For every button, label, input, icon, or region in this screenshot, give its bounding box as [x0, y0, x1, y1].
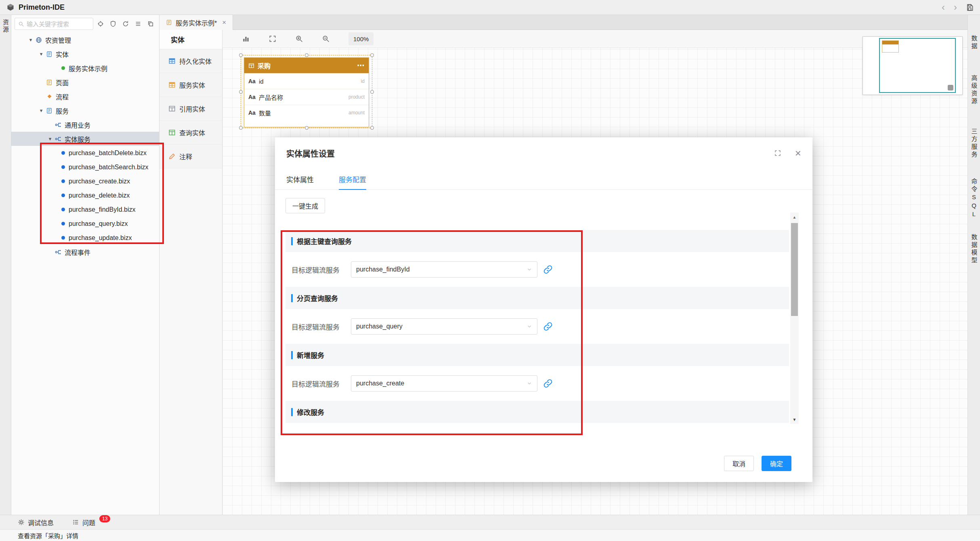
left-dock-tab-resources[interactable]: 资源: [1, 19, 10, 34]
list-icon: [72, 519, 79, 526]
close-icon[interactable]: ×: [795, 148, 801, 158]
tree-item-entity[interactable]: ▾ 实体: [11, 47, 159, 61]
minimap-resize-handle-icon[interactable]: [948, 85, 953, 91]
tree-item-purchase-findbyid[interactable]: purchase_findById.bizx: [11, 202, 159, 217]
refresh-icon[interactable]: [120, 19, 131, 29]
tree-item-purchase-batchsearch[interactable]: purchase_batchSearch.bizx: [11, 160, 159, 174]
scroll-down-icon[interactable]: ▼: [790, 415, 799, 424]
debug-info-button[interactable]: 调试信息: [18, 518, 54, 527]
entity-field-row[interactable]: Aa 产品名称 product: [244, 89, 369, 105]
palette-item-query-entity[interactable]: 查询实体: [159, 121, 222, 145]
flow-service-icon: [54, 249, 62, 255]
link-icon[interactable]: [543, 265, 553, 274]
tab-service-config[interactable]: 服务配置: [339, 169, 366, 189]
caret-down-icon[interactable]: ▾: [37, 51, 45, 57]
entity-card-purchase[interactable]: 采购 ⋯ Aa id id Aa 产品名称 product Aa 数量 amou…: [244, 57, 369, 127]
dialog-footer: 取消 确定: [724, 456, 791, 471]
tree-item-common-business[interactable]: 通用业务: [11, 118, 159, 132]
scroll-up-icon[interactable]: ▲: [790, 213, 799, 221]
palette-item-label: 服务实体: [179, 80, 205, 90]
blue-dot-icon: [61, 222, 65, 225]
tree-item-purchase-create[interactable]: purchase_create.bizx: [11, 174, 159, 188]
tree-item-purchase-query[interactable]: purchase_query.bizx: [11, 217, 159, 231]
tree-item-purchase-batchdelete[interactable]: purchase_batchDelete.bizx: [11, 146, 159, 160]
select-value: purchase_findById: [356, 266, 410, 273]
section-row: 目标逻辑流服务 purchase_findById: [285, 252, 789, 287]
right-dock-tab-command-sql[interactable]: 命令SQL: [970, 178, 978, 219]
validate-icon[interactable]: [108, 19, 118, 29]
dialog-tabs: 实体属性 服务配置: [275, 169, 812, 190]
cancel-button[interactable]: 取消: [724, 456, 754, 471]
gear-icon: [18, 519, 25, 526]
blue-dot-icon: [61, 165, 65, 169]
forward-icon[interactable]: ›: [954, 2, 957, 12]
right-dock-tab-third-party-services[interactable]: 三方服务: [970, 128, 978, 159]
zoom-out-icon[interactable]: [322, 35, 330, 43]
selection-handle[interactable]: [239, 90, 243, 94]
target-flow-select-create[interactable]: purchase_create: [351, 375, 537, 392]
right-dock-tab-advanced-resources[interactable]: 高级资源: [970, 75, 978, 105]
caret-down-icon[interactable]: ▾: [27, 37, 35, 43]
link-icon[interactable]: [543, 322, 553, 331]
target-flow-select-query[interactable]: purchase_query: [351, 318, 537, 335]
tab-entity-properties[interactable]: 实体属性: [286, 169, 314, 189]
scrollbar-thumb[interactable]: [791, 223, 798, 316]
entity-field-row[interactable]: Aa 数量 amount: [244, 105, 369, 120]
back-icon[interactable]: ‹: [942, 2, 945, 12]
selection-handle[interactable]: [305, 126, 308, 130]
selection-handle[interactable]: [370, 126, 374, 130]
tree-item-flow-event[interactable]: 流程事件: [11, 245, 159, 259]
outline-chart-icon[interactable]: [242, 35, 250, 43]
section-row: 目标逻辑流服务 purchase_create: [285, 366, 789, 401]
entity-card-header[interactable]: 采购 ⋯: [244, 58, 369, 73]
sort-icon[interactable]: [133, 19, 143, 29]
link-icon[interactable]: [543, 379, 553, 388]
tree-item-agri-mgmt[interactable]: ▾ 农资管理: [11, 33, 159, 47]
search-input[interactable]: [27, 21, 90, 27]
tab-service-entity-example[interactable]: 服务实体示例* ×: [159, 15, 233, 30]
selection-handle[interactable]: [239, 126, 243, 130]
export-icon[interactable]: [145, 19, 156, 29]
target-flow-select-findbyid[interactable]: purchase_findById: [351, 261, 537, 278]
minimap-panel[interactable]: [862, 36, 963, 95]
close-icon[interactable]: ×: [222, 19, 226, 27]
one-click-generate-button[interactable]: 一键生成: [285, 198, 325, 213]
palette-item-persistent-entity[interactable]: 持久化实体: [159, 49, 222, 73]
editor-tab-bar: 服务实体示例* ×: [159, 15, 967, 30]
tree-item-service-entity-example[interactable]: 服务实体示例: [11, 61, 159, 75]
tree-item-flow[interactable]: 流程: [11, 89, 159, 103]
zoom-in-icon[interactable]: [295, 35, 303, 43]
right-dock-tab-data-model[interactable]: 数据模型: [970, 234, 978, 265]
dialog-title: 实体属性设置: [286, 147, 335, 159]
tree-item-page[interactable]: 页面: [11, 75, 159, 89]
locate-icon[interactable]: [95, 19, 106, 29]
confirm-button[interactable]: 确定: [762, 456, 791, 471]
problems-button[interactable]: 问题 13: [72, 518, 110, 527]
tree-item-service[interactable]: ▾ 服务: [11, 103, 159, 118]
tree-item-purchase-delete[interactable]: purchase_delete.bizx: [11, 188, 159, 202]
minimap-viewport[interactable]: [879, 38, 956, 93]
selection-handle[interactable]: [370, 53, 374, 57]
selection-handle[interactable]: [239, 53, 243, 57]
caret-down-icon[interactable]: ▾: [37, 107, 45, 114]
zoom-level[interactable]: 100%: [348, 32, 374, 45]
tab-label: 服务实体示例*: [176, 18, 217, 27]
entity-field-row[interactable]: Aa id id: [244, 73, 369, 89]
selection-handle[interactable]: [370, 90, 374, 94]
tree-item-entity-service[interactable]: ▾ 实体服务: [11, 132, 159, 146]
dialog-scrollbar[interactable]: ▲ ▼: [790, 213, 799, 424]
blue-dot-icon: [61, 194, 65, 197]
palette-item-reference-entity[interactable]: 引用实体: [159, 97, 222, 121]
expand-icon[interactable]: [774, 149, 781, 157]
page-icon: [45, 79, 53, 86]
tree-item-purchase-update[interactable]: purchase_update.bizx: [11, 231, 159, 245]
right-dock-tab-data[interactable]: 数据: [970, 35, 978, 51]
caret-down-icon[interactable]: ▾: [46, 136, 54, 142]
primeton-ide-window: Primeton-IDE ‹ › 资源 ▾ 农资管理: [0, 0, 980, 541]
palette-item-service-entity[interactable]: 服务实体: [159, 73, 222, 97]
save-icon[interactable]: [966, 4, 974, 11]
palette-item-comment[interactable]: 注释: [159, 145, 222, 168]
fit-screen-icon[interactable]: [269, 35, 277, 43]
more-icon[interactable]: ⋯: [357, 61, 365, 70]
selection-handle[interactable]: [305, 53, 308, 57]
